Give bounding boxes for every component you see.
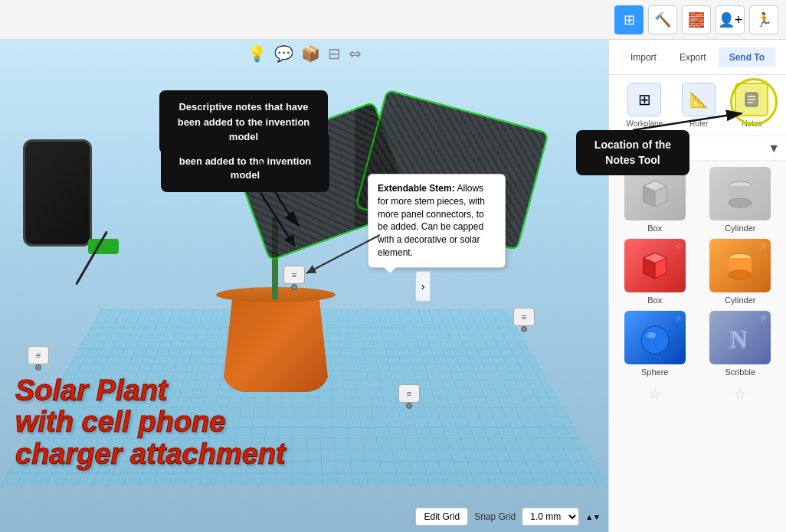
notes-icon-svg <box>742 90 761 109</box>
cylinder-gray-icon: ☆ <box>709 167 771 220</box>
shape-row-1: ☆ Box ☆ <box>615 167 780 233</box>
note-pin-1[interactable]: ≡ <box>283 266 305 289</box>
box-gray-icon: ☆ <box>624 167 686 220</box>
cylinder-orange-label: Cylinder <box>725 295 755 305</box>
box-stack-icon[interactable]: 🧱 <box>682 5 711 34</box>
workplane-icon-box: ⊞ <box>627 83 661 116</box>
scribble-svg: N N <box>721 318 759 357</box>
import-tab[interactable]: Import <box>620 47 667 67</box>
mirror-icon[interactable]: ⇔ <box>349 44 362 63</box>
app: ⊞ 🔨 🧱 👤+ 🏃 <box>0 0 786 532</box>
cylinder-gray-svg <box>721 175 759 213</box>
snap-grid-label: Snap Grid <box>474 511 516 522</box>
bottom-toolbar: Edit Grid Snap Grid 1.0 mm 0.5 mm 2.0 mm… <box>415 508 601 526</box>
box-gray-svg <box>636 175 674 213</box>
note-pin-2[interactable]: ≡ <box>398 384 420 407</box>
shape-cylinder-gray[interactable]: ☆ Cylinder <box>701 167 781 233</box>
notes-icon-box <box>735 83 768 116</box>
note-pin-3[interactable]: ≡ <box>513 308 535 331</box>
box-icon[interactable]: 📦 <box>301 44 320 63</box>
title-line1: Solar Plant <box>15 375 286 407</box>
person-icon[interactable]: 🏃 <box>749 5 778 34</box>
shape-grid: ☆ Box ☆ <box>609 161 786 532</box>
svg-point-18 <box>641 326 669 354</box>
box-red-icon: ☆ <box>624 239 686 292</box>
notes-button[interactable]: Notes <box>735 83 768 128</box>
sphere-blue-label: Sphere <box>641 367 668 377</box>
topbar: ⊞ 🔨 🧱 👤+ 🏃 <box>0 0 786 40</box>
viewport-title: Solar Plant with cell phone charger atta… <box>15 375 286 471</box>
box-red-label: Box <box>647 295 662 305</box>
sphere-blue-svg <box>636 318 674 357</box>
star-icon-1: ☆ <box>649 386 661 403</box>
cylinder-gray-star: ☆ <box>760 169 768 179</box>
svg-point-19 <box>647 332 656 338</box>
speech-icon[interactable]: 💬 <box>274 44 293 63</box>
shape-cylinder-orange[interactable]: ☆ Cylinder <box>701 239 781 305</box>
sphere-blue-icon: ☆ <box>624 311 686 364</box>
shape-box-gray[interactable]: ☆ Box <box>615 167 695 233</box>
svg-point-11 <box>729 198 752 207</box>
notes-description-bubble: Descriptive notes that have been added t… <box>161 132 329 192</box>
dropdown-arrow[interactable]: ▼ <box>768 142 780 155</box>
box-red-svg <box>636 246 674 285</box>
scribble-star: ☆ <box>760 313 768 323</box>
shape-star-2[interactable]: ☆ <box>701 383 781 406</box>
ruler-button[interactable]: 📐 Ruler <box>682 83 716 128</box>
collapse-panel-button[interactable]: › <box>415 271 431 302</box>
tooltip-title: Extendable Stem: <box>378 183 455 194</box>
title-line2: with cell phone <box>15 406 286 439</box>
cylinder-orange-star: ☆ <box>760 241 768 251</box>
panel-icon-bar: ⊞ Workplane 📐 Ruler <box>609 75 786 136</box>
title-line3: charger attachment <box>15 439 286 471</box>
cylinder-orange-icon: ☆ <box>709 239 771 292</box>
svg-point-17 <box>729 270 752 279</box>
cylinder-gray-label: Cylinder <box>725 224 755 233</box>
shape-star-1[interactable]: ☆ <box>615 383 695 406</box>
scribble-label: Scribble <box>725 367 755 377</box>
main-layout: ≡ ≡ ≡ ≡ Extendable Stem: <box>0 40 786 532</box>
light-icon[interactable]: 💡 <box>247 44 267 63</box>
workplane-button[interactable]: ⊞ Workplane <box>627 83 663 128</box>
ruler-label: Ruler <box>689 119 708 128</box>
edit-grid-button[interactable]: Edit Grid <box>415 508 468 526</box>
export-tab[interactable]: Export <box>669 47 717 67</box>
shape-box-red[interactable]: ☆ Box <box>615 239 695 305</box>
add-user-icon[interactable]: 👤+ <box>716 5 745 34</box>
scribble-icon: ☆ N N <box>709 311 771 364</box>
note-pin-4[interactable]: ≡ <box>28 346 49 369</box>
viewport-tools: 💡 💬 📦 ⊟ ⇔ <box>247 44 362 63</box>
send-to-tab[interactable]: Send To <box>719 47 775 67</box>
panel-top-toolbar: Import Export Send To <box>609 40 786 75</box>
svg-text:N: N <box>730 325 748 353</box>
grid-icon[interactable]: ⊞ <box>614 5 644 34</box>
shape-dropdown-bar: ▼ <box>609 136 786 161</box>
sphere-blue-star: ☆ <box>675 313 683 323</box>
phone-shape <box>23 139 92 246</box>
star-icon-2: ☆ <box>734 386 746 403</box>
shape-row-3: ☆ Sphere ☆ N N <box>615 311 780 377</box>
box-red-star: ☆ <box>675 241 683 251</box>
grid-icon-2[interactable]: ⊟ <box>328 44 341 63</box>
viewport[interactable]: ≡ ≡ ≡ ≡ Extendable Stem: <box>0 40 608 532</box>
tooltip-body: Allows for more stem pieces, with more p… <box>378 183 485 258</box>
shape-row-4: ☆ ☆ <box>615 383 780 406</box>
shape-sphere-blue[interactable]: ☆ Sphere <box>615 311 695 377</box>
ruler-icon-box: 📐 <box>682 83 716 116</box>
workplane-label: Workplane <box>627 119 663 128</box>
box-gray-label: Box <box>647 224 662 233</box>
tooltip-popup: Extendable Stem: Allows for more stem pi… <box>368 174 506 268</box>
star-row-1: ☆ <box>624 383 686 406</box>
cylinder-orange-svg <box>721 246 759 285</box>
snap-grid-select[interactable]: 1.0 mm 0.5 mm 2.0 mm <box>522 508 579 526</box>
shape-scribble[interactable]: ☆ N N Scribble <box>701 311 781 377</box>
shape-row-2: ☆ Box ☆ <box>615 239 780 305</box>
notes-label: Notes <box>742 119 761 128</box>
hammer-icon[interactable]: 🔨 <box>648 5 677 34</box>
snap-grid-arrows[interactable]: ▲▼ <box>585 513 601 521</box>
star-row-2: ☆ <box>709 383 771 406</box>
notes-description-text: Descriptive notes that have been added t… <box>179 142 312 181</box>
box-gray-star: ☆ <box>675 169 683 179</box>
right-panel: Import Export Send To ⊞ Workplane 📐 Rule… <box>608 40 786 532</box>
